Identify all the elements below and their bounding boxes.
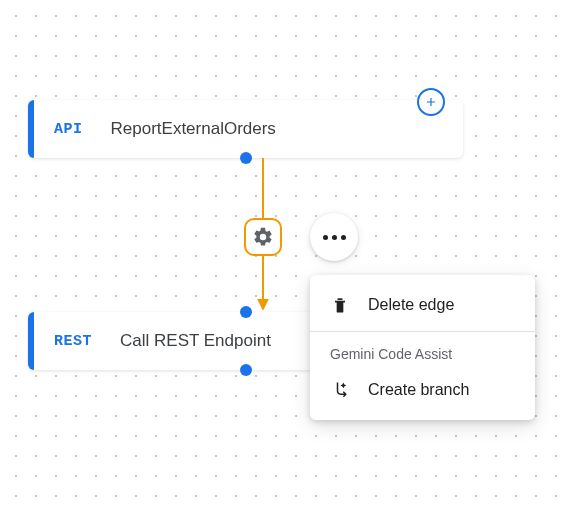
sparkle-branch-icon — [330, 380, 350, 400]
node-accent — [28, 100, 34, 158]
node-type-tag: REST — [54, 333, 92, 350]
more-icon — [341, 235, 346, 240]
menu-section-label: Gemini Code Assist — [310, 336, 535, 368]
edge-settings-button[interactable] — [244, 218, 282, 256]
node-accent — [28, 312, 34, 370]
trash-icon — [330, 295, 350, 315]
plus-icon — [424, 95, 438, 109]
menu-divider — [310, 331, 535, 332]
edge-context-menu: Delete edge Gemini Code Assist Create br… — [310, 275, 535, 420]
menu-item-label: Create branch — [368, 381, 469, 399]
menu-item-delete-edge[interactable]: Delete edge — [310, 283, 535, 327]
flow-canvas[interactable]: API ReportExternalOrders REST Call REST … — [0, 0, 568, 508]
node-type-tag: API — [54, 121, 83, 138]
more-icon — [332, 235, 337, 240]
node-title: ReportExternalOrders — [111, 119, 276, 139]
node-output-port[interactable] — [240, 364, 252, 376]
menu-item-label: Delete edge — [368, 296, 454, 314]
node-title: Call REST Endpoint — [120, 331, 271, 351]
menu-item-create-branch[interactable]: Create branch — [310, 368, 535, 412]
gear-icon — [252, 226, 274, 248]
more-icon — [323, 235, 328, 240]
add-node-button[interactable] — [417, 88, 445, 116]
node-input-port[interactable] — [240, 306, 252, 318]
node-api-trigger[interactable]: API ReportExternalOrders — [28, 100, 463, 158]
edge-more-button[interactable] — [310, 213, 358, 261]
node-output-port[interactable] — [240, 152, 252, 164]
